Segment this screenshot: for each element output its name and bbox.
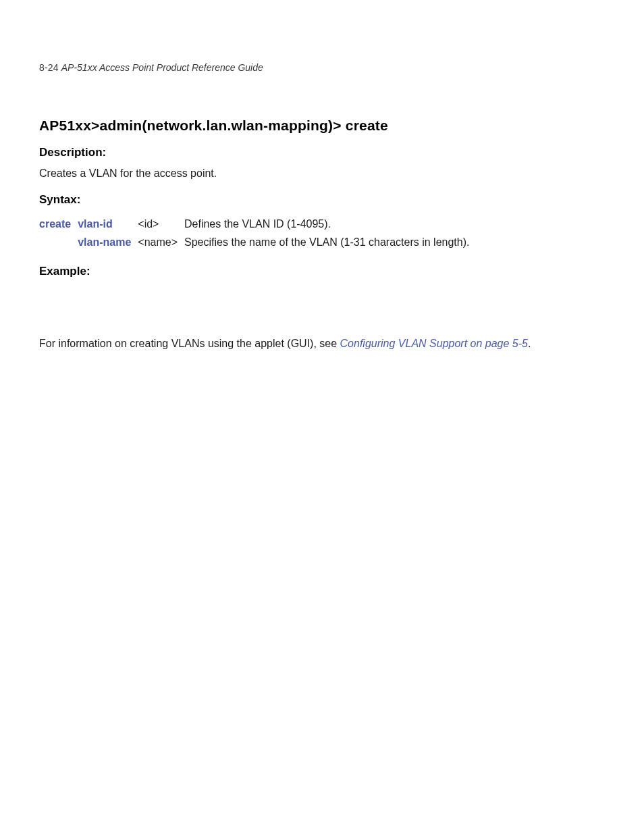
syntax-desc: Defines the VLAN ID (1-4095). — [184, 218, 331, 230]
description-heading: Description: — [39, 146, 605, 159]
guide-title: AP-51xx Access Point Product Reference G… — [61, 62, 263, 73]
page-number: 8-24 — [39, 62, 59, 73]
syntax-heading: Syntax: — [39, 193, 605, 207]
syntax-row: create vlan-id <id> Defines the VLAN ID … — [39, 216, 605, 234]
syntax-arg: <id> — [138, 218, 159, 230]
info-paragraph: For information on creating VLANs using … — [39, 336, 605, 351]
info-suffix: . — [528, 338, 531, 349]
syntax-desc: Specifies the name of the VLAN (1-31 cha… — [184, 236, 469, 248]
info-prefix: For information on creating VLANs using … — [39, 338, 340, 349]
syntax-row: vlan-name <name> Specifies the name of t… — [39, 234, 605, 253]
syntax-command: create — [39, 218, 71, 230]
syntax-param: vlan-id — [78, 218, 113, 230]
syntax-table: create vlan-id <id> Defines the VLAN ID … — [39, 216, 605, 253]
description-text: Creates a VLAN for the access point. — [39, 166, 605, 181]
syntax-param: vlan-name — [78, 236, 131, 248]
section-title: AP51xx>admin(network.lan.wlan-mapping)> … — [39, 118, 605, 134]
syntax-arg: <name> — [138, 236, 178, 248]
page: 8-24 AP-51xx Access Point Product Refere… — [0, 0, 644, 834]
example-heading: Example: — [39, 265, 605, 278]
cross-reference-link[interactable]: Configuring VLAN Support on page 5-5 — [340, 338, 528, 349]
running-header: 8-24 AP-51xx Access Point Product Refere… — [39, 62, 605, 73]
